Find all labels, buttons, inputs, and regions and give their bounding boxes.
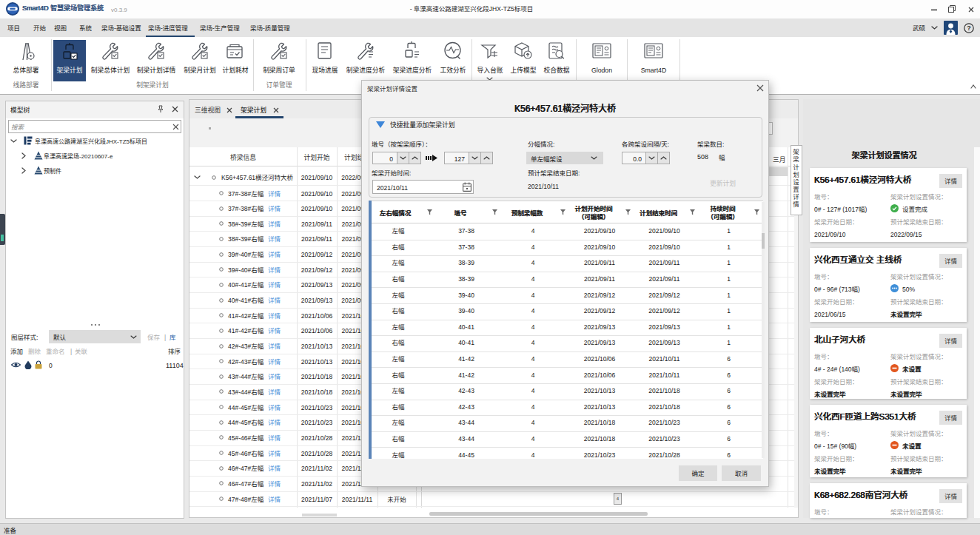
svg-text:?: ?: [967, 24, 971, 32]
